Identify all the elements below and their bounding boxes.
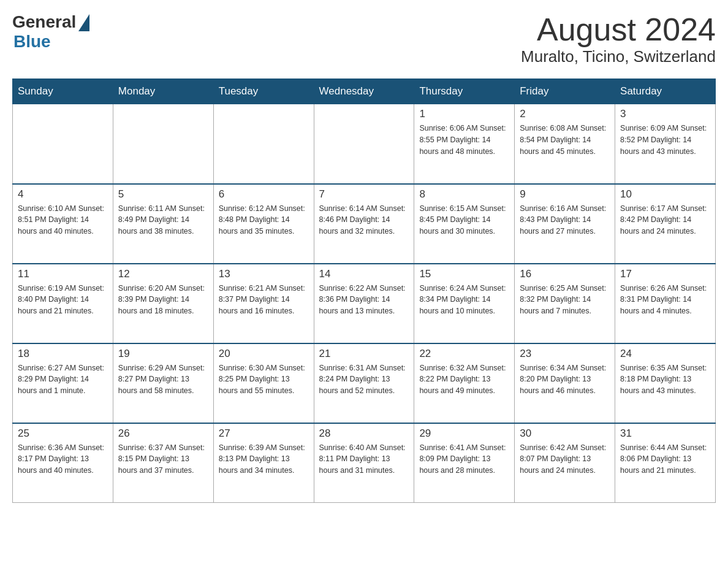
day-info: Sunrise: 6:09 AM Sunset: 8:52 PM Dayligh…: [620, 123, 710, 157]
calendar-cell: 29Sunrise: 6:41 AM Sunset: 8:09 PM Dayli…: [414, 423, 515, 503]
calendar-cell: 11Sunrise: 6:19 AM Sunset: 8:40 PM Dayli…: [13, 264, 113, 343]
calendar-cell: 9Sunrise: 6:16 AM Sunset: 8:43 PM Daylig…: [515, 184, 615, 264]
calendar-header-row: SundayMondayTuesdayWednesdayThursdayFrid…: [13, 79, 716, 104]
day-number: 3: [620, 108, 710, 120]
calendar-cell: 28Sunrise: 6:40 AM Sunset: 8:11 PM Dayli…: [314, 423, 414, 503]
day-number: 8: [419, 188, 509, 201]
day-info: Sunrise: 6:22 AM Sunset: 8:36 PM Dayligh…: [319, 283, 409, 317]
calendar-cell: 4Sunrise: 6:10 AM Sunset: 8:51 PM Daylig…: [13, 184, 113, 264]
calendar-cell: 8Sunrise: 6:15 AM Sunset: 8:45 PM Daylig…: [414, 184, 515, 264]
day-number: 9: [520, 188, 610, 201]
calendar-cell: 13Sunrise: 6:21 AM Sunset: 8:37 PM Dayli…: [213, 264, 314, 343]
day-info: Sunrise: 6:29 AM Sunset: 8:27 PM Dayligh…: [118, 362, 208, 397]
calendar-cell: 16Sunrise: 6:25 AM Sunset: 8:32 PM Dayli…: [515, 264, 615, 343]
day-of-week-header: Friday: [515, 79, 615, 104]
day-of-week-header: Saturday: [615, 79, 716, 104]
day-info: Sunrise: 6:42 AM Sunset: 8:07 PM Dayligh…: [520, 442, 610, 477]
day-info: Sunrise: 6:14 AM Sunset: 8:46 PM Dayligh…: [319, 203, 409, 237]
calendar-cell: 27Sunrise: 6:39 AM Sunset: 8:13 PM Dayli…: [213, 423, 314, 503]
logo: General Blue: [12, 12, 89, 52]
calendar-cell: 12Sunrise: 6:20 AM Sunset: 8:39 PM Dayli…: [113, 264, 213, 343]
day-info: Sunrise: 6:25 AM Sunset: 8:32 PM Dayligh…: [520, 283, 610, 317]
day-info: Sunrise: 6:31 AM Sunset: 8:24 PM Dayligh…: [319, 362, 409, 397]
day-info: Sunrise: 6:06 AM Sunset: 8:55 PM Dayligh…: [419, 123, 509, 157]
calendar-week-row: 4Sunrise: 6:10 AM Sunset: 8:51 PM Daylig…: [13, 184, 716, 264]
day-number: 1: [419, 108, 509, 120]
day-number: 15: [419, 268, 509, 280]
day-info: Sunrise: 6:32 AM Sunset: 8:22 PM Dayligh…: [419, 362, 509, 397]
day-number: 10: [620, 188, 710, 201]
day-number: 12: [118, 268, 208, 280]
day-number: 26: [118, 427, 208, 440]
day-number: 14: [319, 268, 409, 280]
day-number: 30: [520, 427, 610, 440]
calendar-cell: 15Sunrise: 6:24 AM Sunset: 8:34 PM Dayli…: [414, 264, 515, 343]
calendar-cell: [213, 104, 314, 184]
calendar-cell: [113, 104, 213, 184]
day-number: 21: [319, 348, 409, 360]
logo-general-text: General: [12, 12, 76, 32]
calendar-cell: 24Sunrise: 6:35 AM Sunset: 8:18 PM Dayli…: [615, 343, 716, 423]
day-number: 16: [520, 268, 610, 280]
day-number: 4: [18, 188, 108, 201]
day-info: Sunrise: 6:21 AM Sunset: 8:37 PM Dayligh…: [219, 283, 309, 317]
calendar-cell: 26Sunrise: 6:37 AM Sunset: 8:15 PM Dayli…: [113, 423, 213, 503]
day-info: Sunrise: 6:19 AM Sunset: 8:40 PM Dayligh…: [18, 283, 108, 317]
day-info: Sunrise: 6:37 AM Sunset: 8:15 PM Dayligh…: [118, 442, 208, 477]
calendar-cell: 31Sunrise: 6:44 AM Sunset: 8:06 PM Dayli…: [615, 423, 716, 503]
calendar-cell: 20Sunrise: 6:30 AM Sunset: 8:25 PM Dayli…: [213, 343, 314, 423]
calendar-cell: 23Sunrise: 6:34 AM Sunset: 8:20 PM Dayli…: [515, 343, 615, 423]
day-number: 24: [620, 348, 710, 360]
calendar-cell: 6Sunrise: 6:12 AM Sunset: 8:48 PM Daylig…: [213, 184, 314, 264]
calendar-cell: 3Sunrise: 6:09 AM Sunset: 8:52 PM Daylig…: [615, 104, 716, 184]
title-area: August 2024 Muralto, Ticino, Switzerland: [521, 12, 716, 66]
calendar-week-row: 1Sunrise: 6:06 AM Sunset: 8:55 PM Daylig…: [13, 104, 716, 184]
calendar-cell: 2Sunrise: 6:08 AM Sunset: 8:54 PM Daylig…: [515, 104, 615, 184]
day-number: 22: [419, 348, 509, 360]
calendar-cell: 7Sunrise: 6:14 AM Sunset: 8:46 PM Daylig…: [314, 184, 414, 264]
day-number: 11: [18, 268, 108, 280]
day-number: 2: [520, 108, 610, 120]
calendar-cell: 18Sunrise: 6:27 AM Sunset: 8:29 PM Dayli…: [13, 343, 113, 423]
day-number: 23: [520, 348, 610, 360]
day-info: Sunrise: 6:24 AM Sunset: 8:34 PM Dayligh…: [419, 283, 509, 317]
day-number: 17: [620, 268, 710, 280]
day-of-week-header: Monday: [113, 79, 213, 104]
calendar-cell: 5Sunrise: 6:11 AM Sunset: 8:49 PM Daylig…: [113, 184, 213, 264]
calendar-cell: [314, 104, 414, 184]
day-info: Sunrise: 6:26 AM Sunset: 8:31 PM Dayligh…: [620, 283, 710, 317]
calendar-cell: 22Sunrise: 6:32 AM Sunset: 8:22 PM Dayli…: [414, 343, 515, 423]
day-info: Sunrise: 6:35 AM Sunset: 8:18 PM Dayligh…: [620, 362, 710, 397]
day-number: 29: [419, 427, 509, 440]
day-number: 18: [18, 348, 108, 360]
calendar-cell: 14Sunrise: 6:22 AM Sunset: 8:36 PM Dayli…: [314, 264, 414, 343]
day-number: 28: [319, 427, 409, 440]
calendar-cell: 30Sunrise: 6:42 AM Sunset: 8:07 PM Dayli…: [515, 423, 615, 503]
day-info: Sunrise: 6:11 AM Sunset: 8:49 PM Dayligh…: [118, 203, 208, 237]
calendar-cell: [13, 104, 113, 184]
location-title: Muralto, Ticino, Switzerland: [521, 47, 716, 66]
calendar-week-row: 18Sunrise: 6:27 AM Sunset: 8:29 PM Dayli…: [13, 343, 716, 423]
day-number: 13: [219, 268, 309, 280]
day-info: Sunrise: 6:15 AM Sunset: 8:45 PM Dayligh…: [419, 203, 509, 237]
page-header: General Blue August 2024 Muralto, Ticino…: [12, 12, 716, 66]
calendar-week-row: 11Sunrise: 6:19 AM Sunset: 8:40 PM Dayli…: [13, 264, 716, 343]
day-of-week-header: Tuesday: [213, 79, 314, 104]
day-of-week-header: Wednesday: [314, 79, 414, 104]
day-number: 31: [620, 427, 710, 440]
day-info: Sunrise: 6:30 AM Sunset: 8:25 PM Dayligh…: [219, 362, 309, 397]
day-info: Sunrise: 6:10 AM Sunset: 8:51 PM Dayligh…: [18, 203, 108, 237]
calendar-cell: 21Sunrise: 6:31 AM Sunset: 8:24 PM Dayli…: [314, 343, 414, 423]
day-number: 6: [219, 188, 309, 201]
calendar-cell: 10Sunrise: 6:17 AM Sunset: 8:42 PM Dayli…: [615, 184, 716, 264]
calendar-cell: 1Sunrise: 6:06 AM Sunset: 8:55 PM Daylig…: [414, 104, 515, 184]
day-info: Sunrise: 6:20 AM Sunset: 8:39 PM Dayligh…: [118, 283, 208, 317]
day-info: Sunrise: 6:34 AM Sunset: 8:20 PM Dayligh…: [520, 362, 610, 397]
logo-triangle-icon: [78, 14, 89, 31]
day-info: Sunrise: 6:16 AM Sunset: 8:43 PM Dayligh…: [520, 203, 610, 237]
day-number: 19: [118, 348, 208, 360]
calendar-cell: 17Sunrise: 6:26 AM Sunset: 8:31 PM Dayli…: [615, 264, 716, 343]
day-info: Sunrise: 6:39 AM Sunset: 8:13 PM Dayligh…: [219, 442, 309, 477]
day-of-week-header: Sunday: [13, 79, 113, 104]
day-info: Sunrise: 6:17 AM Sunset: 8:42 PM Dayligh…: [620, 203, 710, 237]
